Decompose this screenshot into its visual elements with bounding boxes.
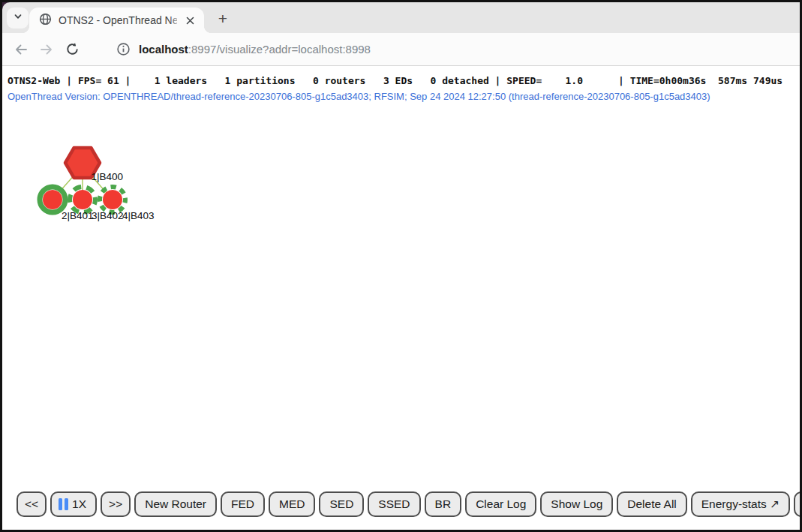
info-icon[interactable] — [116, 42, 131, 56]
node-ed-3[interactable] — [70, 187, 95, 212]
clear-log-button[interactable]: Clear Log — [465, 491, 536, 517]
url-text: localhost:8997/visualize?addr=localhost:… — [139, 43, 371, 56]
browser-window: OTNS2 - OpenThread Ne + — [0, 0, 802, 532]
browser-tab-otns2[interactable]: OTNS2 - OpenThread Ne — [29, 8, 204, 33]
url-host: localhost — [139, 43, 188, 56]
fed-button[interactable]: FED — [221, 491, 265, 517]
network-topology-canvas[interactable]: 1|B400 2|B401 3|B402 4|B403 — [2, 66, 800, 529]
globe-favicon-icon — [39, 13, 52, 29]
speed-label: 1X — [72, 497, 86, 511]
tab-title-fade — [169, 13, 185, 28]
forward-button[interactable] — [34, 37, 59, 62]
node-stats-button[interactable]: Node-stats ↗ — [794, 491, 802, 517]
node-label: 1|B400 — [92, 171, 124, 182]
node-label: 4|B403 — [122, 210, 155, 221]
navigation-bar: localhost:8997/visualize?addr=localhost:… — [2, 33, 800, 66]
speed-down-button[interactable]: << — [17, 491, 47, 517]
pause-icon — [59, 498, 68, 510]
node-label: 3|B402 — [92, 210, 124, 221]
pause-speed-button[interactable]: 1X — [50, 491, 97, 517]
node-label: 2|B401 — [62, 210, 94, 221]
new-router-button[interactable]: New Router — [134, 491, 217, 517]
delete-all-button[interactable]: Delete All — [617, 491, 686, 517]
url-bar[interactable]: localhost:8997/visualize?addr=localhost:… — [97, 37, 800, 62]
chevron-down-icon — [13, 11, 23, 25]
energy-stats-button[interactable]: Energy-stats ↗ — [691, 491, 790, 517]
node-ed-2[interactable] — [40, 187, 65, 212]
otns-visualizer-page: OTNS2-Web | FPS= 61 | 1 leaders 1 partit… — [2, 66, 800, 529]
tab-strip: OTNS2 - OpenThread Ne + — [2, 2, 800, 33]
new-tab-button[interactable]: + — [212, 8, 233, 29]
sed-button[interactable]: SED — [319, 491, 364, 517]
node-ed-4[interactable] — [100, 187, 125, 212]
back-button[interactable] — [8, 37, 34, 62]
ssed-button[interactable]: SSED — [368, 491, 420, 517]
url-path: :8997/visualize?addr=localhost:8998 — [188, 43, 371, 56]
reload-button[interactable] — [59, 37, 85, 62]
med-button[interactable]: MED — [269, 491, 315, 517]
tab-title: OTNS2 - OpenThread Ne — [59, 14, 177, 26]
action-bar: << 1X >> New Router FED MED SED SSED BR … — [2, 491, 800, 517]
br-button[interactable]: BR — [425, 491, 462, 517]
speed-up-button[interactable]: >> — [101, 491, 131, 517]
show-log-button[interactable]: Show Log — [540, 491, 613, 517]
